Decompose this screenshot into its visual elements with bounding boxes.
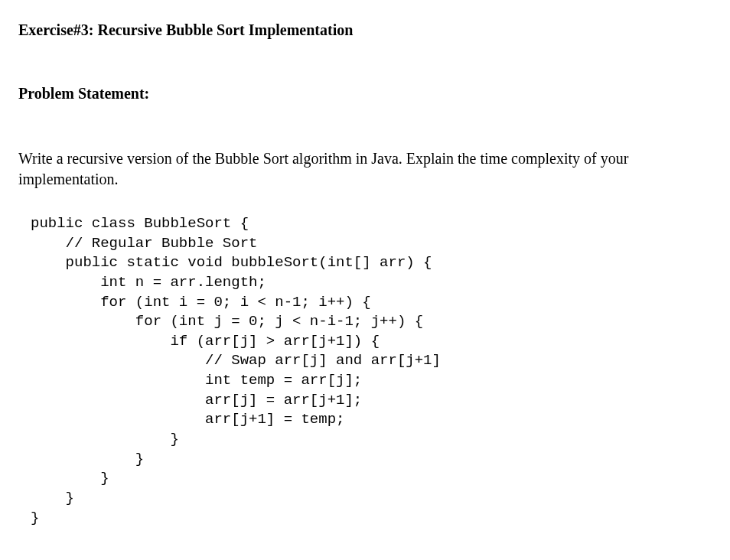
document-page: Exercise#3: Recursive Bubble Sort Implem…: [0, 0, 730, 558]
code-listing: public class BubbleSort { // Regular Bub…: [18, 214, 712, 528]
exercise-title: Exercise#3: Recursive Bubble Sort Implem…: [18, 21, 712, 39]
problem-description: Write a recursive version of the Bubble …: [18, 148, 712, 190]
problem-statement-heading: Problem Statement:: [18, 85, 712, 103]
